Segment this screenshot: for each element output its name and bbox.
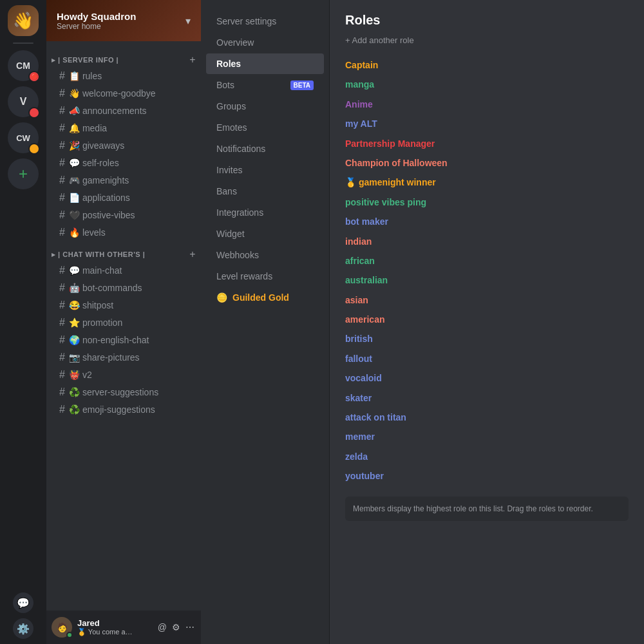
hash-icon: # [59,352,65,363]
server-header[interactable]: Howdy Squadron Server home ▾ [46,0,201,41]
server-subtitle: Server home [57,22,136,31]
settings-item-groups[interactable]: Groups [206,96,324,117]
settings-item-widget[interactable]: Widget [206,223,324,244]
role-item[interactable]: positive vibes ping [345,193,629,212]
channel-non-english-chat[interactable]: #🌍 non-english-chat [49,332,198,348]
settings-item-guilded-gold[interactable]: 🪙 Guilded Gold [206,287,324,308]
settings-item-bots[interactable]: Bots BETA [206,75,324,95]
roles-list: CaptainmangaAnimemy ALTPartnership Manag… [345,55,629,486]
hash-icon: # [59,369,65,381]
settings-item-integrations[interactable]: Integrations [206,202,324,223]
role-item[interactable]: attack on titan [345,408,629,427]
channel-giveaways[interactable]: #🎉 giveaways [49,137,198,154]
role-item[interactable]: american [345,310,629,329]
channel-welcome-goodbye[interactable]: #👋 welcome-goodbye [49,85,198,102]
server-cm-badge: 🔴 [28,71,40,82]
category-chat-others-label: ▸ | Chat With other's | [52,251,145,259]
role-item[interactable]: vocaloid [345,368,629,388]
server-name: Howdy Squadron [57,11,136,22]
channel-emoji-suggestions[interactable]: #♻️ emoji-suggestions [49,401,198,418]
role-item[interactable]: zelda [345,447,629,466]
add-role-button[interactable]: + Add another role [345,35,629,45]
channel-postive-vibes[interactable]: #🖤 postive-vibes [49,207,198,223]
channel-server-suggestions[interactable]: #♻️ server-suggestions [49,384,198,401]
role-item[interactable]: african [345,251,629,270]
role-item[interactable]: Partnership Manager [345,134,629,153]
channel-levels[interactable]: #🔥 levels [49,224,198,241]
role-item[interactable]: manga [345,75,629,94]
server-v-label: V [20,96,27,108]
settings-item-bans[interactable]: Bans [206,181,324,202]
user-name: Jared [77,618,151,628]
settings-item-webhooks[interactable]: Webhooks [206,245,324,265]
channel-main-chat[interactable]: #💬 main-chat [49,262,198,279]
more-icon[interactable]: ⋯ [184,621,196,634]
channel-announcements[interactable]: #📣 announcements [49,102,198,119]
role-item[interactable]: british [345,329,629,348]
channel-shitpost[interactable]: #😂 shitpost [49,297,198,314]
hash-icon: # [59,282,65,294]
role-item[interactable]: fallout [345,349,629,368]
role-item[interactable]: Captain [345,55,629,75]
dm-icon[interactable]: 💬 [13,592,33,613]
settings-item-server-settings[interactable]: Server settings [206,11,324,32]
role-item[interactable]: Anime [345,95,629,114]
user-info: Jared 🥇 You come again... [77,618,151,636]
settings-item-emotes[interactable]: Emotes [206,117,324,138]
settings-item-overview[interactable]: Overview [206,32,324,53]
role-item[interactable]: skater [345,388,629,408]
server-cw-badge [28,143,40,155]
settings-item-notifications[interactable]: Notifications [206,138,324,159]
add-channel-server-info[interactable]: + [189,54,196,66]
channel-rules[interactable]: #📋 rules [49,68,198,84]
settings-user-icon[interactable]: ⚙ [171,621,182,634]
settings-icon[interactable]: ⚙️ [13,618,33,639]
server-icon-v[interactable]: V [8,86,39,117]
channel-bot-commands[interactable]: #🤖 bot-commands [49,279,198,296]
role-item[interactable]: indian [345,232,629,251]
settings-item-level-rewards[interactable]: Level rewards [206,266,324,287]
channel-self-roles[interactable]: #💬 self-roles [49,155,198,171]
server-icon-cw[interactable]: CW [8,122,39,153]
add-channel-chat-others[interactable]: + [189,249,196,260]
hash-icon: # [59,386,65,398]
hash-icon: # [59,265,65,276]
hash-icon: # [59,175,65,186]
roles-panel: Roles + Add another role CaptainmangaAni… [330,0,644,644]
add-server-button[interactable]: + [8,158,39,189]
category-chat-others[interactable]: ▸ | Chat With other's | + [46,246,201,261]
guilded-coin-icon: 🪙 [216,292,227,303]
channel-list: ▸ | Server Info | + #📋 rules #👋 welcome-… [46,41,201,611]
chevron-down-icon: ▾ [185,15,191,27]
role-item[interactable]: my ALT [345,114,629,133]
channel-share-pictures[interactable]: #📷 share-pictures [49,349,198,366]
channel-promotion[interactable]: #⭐ promotion [49,314,198,331]
user-controls: @ ⚙ ⋯ [156,621,196,634]
channel-v2[interactable]: #👹 v2 [49,366,198,383]
role-item[interactable]: Champion of Halloween [345,153,629,173]
hash-icon: # [59,70,65,82]
role-item[interactable]: 🥇 gamenight winner [345,173,629,192]
role-item[interactable]: memer [345,427,629,446]
role-item[interactable]: bot maker [345,212,629,231]
mention-icon[interactable]: @ [156,621,168,634]
hash-icon: # [59,299,65,311]
server-icon-howdy[interactable]: 👋 [8,5,39,36]
channel-media[interactable]: #🔔 media [49,120,198,137]
roles-footer: Members display the highest role on this… [345,497,629,521]
hash-icon: # [59,317,65,328]
hash-icon: # [59,404,65,415]
server-icon-cm[interactable]: CM 🔴 [8,50,39,81]
channel-applications[interactable]: #📄 applications [49,189,198,206]
settings-item-invites[interactable]: Invites [206,160,324,180]
hash-icon: # [59,140,65,151]
role-item[interactable]: asian [345,290,629,310]
role-item[interactable]: youtuber [345,466,629,486]
add-role-label: + Add another role [345,35,414,45]
server-list: 👋 CM 🔴 V CW + 💬 ⚙️ [0,0,46,644]
role-item[interactable]: australian [345,270,629,290]
settings-item-roles[interactable]: Roles [206,53,324,74]
beta-badge: BETA [290,80,314,90]
category-server-info[interactable]: ▸ | Server Info | + [46,52,201,67]
channel-gamenights[interactable]: #🎮 gamenights [49,172,198,189]
